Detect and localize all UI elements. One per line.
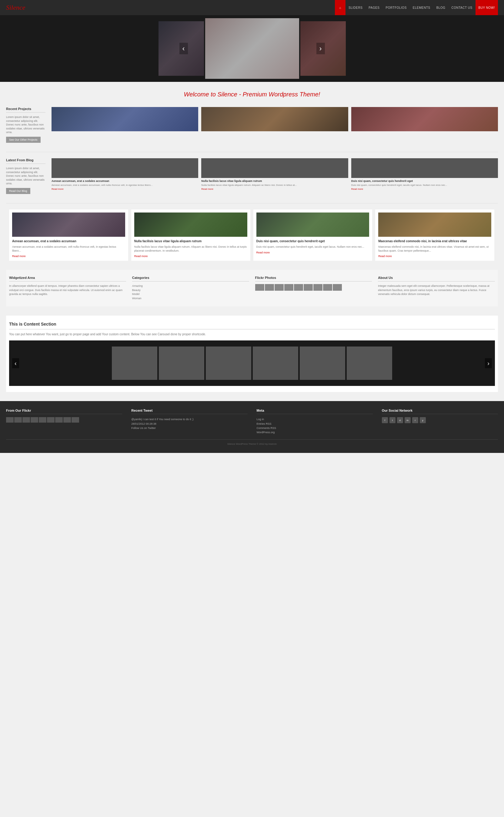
blog-card-img-2 (134, 213, 247, 237)
carousel: ‹ › (9, 340, 495, 386)
nav-home[interactable]: ⌂ (335, 0, 345, 15)
footer-flickr-4[interactable] (31, 417, 38, 423)
nav-contact[interactable]: CONTACT US (449, 0, 476, 15)
flickr-thumb-2[interactable] (265, 284, 274, 291)
blog-card-3: Duis nisi quam, consectetur quis hendrer… (253, 209, 372, 261)
carousel-item-4 (253, 347, 298, 380)
category-amazing[interactable]: Amazing (132, 284, 249, 288)
read-our-blog-button[interactable]: Read Our Blog (6, 188, 30, 194)
footer-meta-login[interactable]: Log in (257, 417, 373, 421)
social-rss[interactable]: r (412, 417, 418, 423)
blog-card-readmore-3[interactable]: Read more (256, 251, 270, 254)
nav-portfolios[interactable]: PORTFOLIOS (383, 0, 410, 15)
logo-s: S (6, 4, 9, 11)
blog-card-img-1 (12, 213, 125, 237)
carousel-next-arrow[interactable]: › (485, 358, 492, 368)
blog-posts-grid: Aenean accumsan, erat a sodales accumsan… (6, 209, 498, 261)
blog-sidebar: Latest From Blog Lorem ipsum dolor sit a… (6, 158, 45, 194)
footer-tweet-date: 28/01/2012 00:28:38 (131, 422, 247, 426)
content-section: This is Content Section You can put here… (6, 316, 498, 392)
carousel-prev-arrow[interactable]: ‹ (12, 358, 19, 368)
flickr-thumb-8[interactable] (323, 284, 332, 291)
blog-card-1: Aenean accumsan, erat a sodales accumsan… (9, 209, 128, 261)
widget-widgetized-text: In ullamcorper eleifend quam id tempus. … (9, 284, 126, 296)
footer-social-col: Our Social Network f t d in r y (382, 409, 498, 435)
social-linkedin[interactable]: in (405, 417, 411, 423)
footer-meta-comments[interactable]: Comments RSS (257, 426, 373, 430)
flickr-thumb-5[interactable] (294, 284, 303, 291)
footer-flickr-3[interactable] (22, 417, 30, 423)
widget-categories: Categories Amazing Beauty Model Woman (132, 276, 249, 300)
welcome-section: Welcome to Silence - Premium Wordpress T… (6, 91, 498, 98)
social-facebook[interactable]: f (382, 417, 388, 423)
blog-thumb-desc-1: Aenean accumsan, erat a sodales accumsan… (52, 184, 198, 187)
nav-blog[interactable]: BLOG (433, 0, 449, 15)
blog-thumb-readmore-2[interactable]: Read more (201, 188, 213, 190)
social-youtube[interactable]: y (420, 417, 426, 423)
flickr-thumb-1[interactable] (255, 284, 264, 291)
blog-card-desc-2: Nulla facilisis lacus vitae ligula aliqu… (134, 245, 247, 253)
logo-suffix: ilence (9, 4, 25, 11)
blog-thumb-desc-2: Nulla facilisis lacus vitae ligula aliqu… (201, 184, 348, 187)
divider-1 (6, 152, 498, 152)
blog-thumb-readmore-1[interactable]: Read more (52, 188, 64, 190)
blog-card-4: Maecenas eleifend commodo nisi, in lacin… (375, 209, 494, 261)
blog-card-readmore-1[interactable]: Read more (12, 255, 26, 258)
footer-flickr-1[interactable] (6, 417, 14, 423)
footer-social-title: Our Social Network (382, 409, 498, 414)
hero-slider: ‹ › (0, 15, 504, 82)
hero-prev-arrow[interactable]: ‹ (179, 43, 188, 54)
widget-area: Widgetized Area In ullamcorper eleifend … (6, 270, 498, 306)
flickr-thumb-4[interactable] (284, 284, 293, 291)
footer-flickr-9[interactable] (72, 417, 79, 423)
category-woman[interactable]: Woman (132, 296, 249, 301)
blog-thumb-2: Nulla facilisis lacus vitae ligula aliqu… (201, 158, 348, 194)
project-thumb-2 (201, 107, 348, 131)
footer-meta-wp[interactable]: WordPress.org (257, 430, 373, 434)
social-twitter[interactable]: t (389, 417, 396, 423)
footer-flickr-2[interactable] (14, 417, 22, 423)
blog-card-title-3: Duis nisi quam, consectetur quis hendrer… (256, 239, 369, 243)
main-nav: ⌂ SLIDERS PAGES PORTFOLIOS ELEMENTS BLOG… (335, 0, 498, 15)
blog-thumb-readmore-3[interactable]: Read more (351, 188, 363, 190)
hero-next-arrow[interactable]: › (316, 43, 325, 54)
blog-thumbnails: Aenean accumsan, erat a sodales accumsan… (52, 158, 498, 194)
nav-sliders[interactable]: SLIDERS (345, 0, 365, 15)
flickr-thumb-7[interactable] (313, 284, 322, 291)
widget-widgetized: Widgetized Area In ullamcorper eleifend … (9, 276, 126, 300)
nav-pages[interactable]: PAGES (365, 0, 382, 15)
footer-meta-entries[interactable]: Entries RSS (257, 422, 373, 426)
flickr-thumb-3[interactable] (275, 284, 284, 291)
carousel-item-5 (300, 347, 345, 380)
latest-blog-section: Latest From Blog Lorem ipsum dolor sit a… (6, 158, 498, 194)
blog-card-title-1: Aenean accumsan, erat a sodales accumsan (12, 239, 125, 243)
footer-flickr-7[interactable] (55, 417, 63, 423)
see-other-projects-button[interactable]: See Our Other Projects (6, 137, 41, 143)
flickr-thumb-9[interactable] (333, 284, 342, 291)
blog-thumb-title-2: Nulla facilisis lacus vitae ligula aliqu… (201, 179, 348, 182)
carousel-item-1 (112, 347, 157, 380)
flickr-thumb-6[interactable] (304, 284, 313, 291)
category-beauty[interactable]: Beauty (132, 288, 249, 293)
footer-meta-title: Meta (257, 409, 373, 414)
nav-buynow[interactable]: BUY NOW! (476, 0, 498, 15)
main-content: Welcome to Silence - Premium Wordpress T… (0, 82, 504, 401)
footer-bottom: Silence WordPress Theme © 2012 by inserc… (6, 439, 498, 445)
footer-flickr-6[interactable] (47, 417, 55, 423)
footer-grid: From Our Flickr Recent Tweet @yamlirj I … (6, 409, 498, 435)
widget-about: About Us Integer malesuada sem eget elit… (378, 276, 495, 300)
carousel-item-3 (206, 347, 251, 380)
blog-card-readmore-2[interactable]: Read more (134, 255, 148, 258)
social-icons: f t d in r y (382, 417, 498, 423)
category-model[interactable]: Model (132, 292, 249, 296)
widget-about-text: Integer malesuada sem eget elit consequa… (378, 284, 495, 296)
footer-flickr-5[interactable] (39, 417, 46, 423)
nav-elements[interactable]: ELEMENTS (410, 0, 433, 15)
footer-flickr-8[interactable] (63, 417, 71, 423)
projects-description: Lorem ipsum dolor sit amet, consectetur … (6, 115, 45, 134)
social-deviantart[interactable]: d (397, 417, 403, 423)
blog-thumb-3: Duis nisi quam, consectetur quis hendrer… (351, 158, 498, 194)
footer-copyright: Silence WordPress Theme © 2012 by inserc… (6, 443, 498, 445)
footer-follow-link[interactable]: Follow Us on Twitter (131, 426, 247, 430)
blog-card-readmore-4[interactable]: Read more (378, 255, 392, 258)
